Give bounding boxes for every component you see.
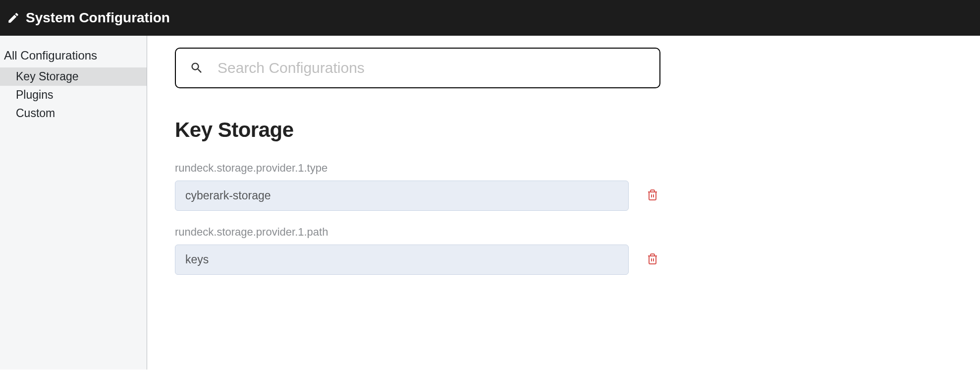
page-title: System Configuration — [26, 10, 170, 26]
trash-icon — [647, 252, 658, 267]
sidebar: All Configurations Key Storage Plugins C… — [0, 36, 147, 370]
layout: All Configurations Key Storage Plugins C… — [0, 36, 980, 370]
delete-button[interactable] — [645, 250, 660, 269]
sidebar-item-key-storage[interactable]: Key Storage — [0, 67, 147, 86]
config-row: keys — [175, 245, 660, 275]
search-icon — [190, 61, 204, 75]
trash-icon — [647, 188, 658, 203]
edit-icon — [7, 11, 20, 24]
sidebar-item-custom[interactable]: Custom — [0, 104, 147, 123]
sidebar-heading[interactable]: All Configurations — [0, 46, 147, 67]
config-label: rundeck.storage.provider.1.path — [175, 226, 952, 239]
delete-button[interactable] — [645, 186, 660, 205]
search-container — [175, 48, 660, 88]
sidebar-item-plugins[interactable]: Plugins — [0, 86, 147, 104]
search-input[interactable] — [218, 60, 646, 76]
config-value[interactable]: cyberark-storage — [175, 181, 629, 211]
config-item: rundeck.storage.provider.1.type cyberark… — [175, 162, 952, 211]
section-title: Key Storage — [175, 118, 952, 142]
config-item: rundeck.storage.provider.1.path keys — [175, 226, 952, 275]
main-content: Key Storage rundeck.storage.provider.1.t… — [147, 36, 980, 370]
header: System Configuration — [0, 0, 980, 36]
config-row: cyberark-storage — [175, 181, 660, 211]
config-value[interactable]: keys — [175, 245, 629, 275]
config-label: rundeck.storage.provider.1.type — [175, 162, 952, 175]
